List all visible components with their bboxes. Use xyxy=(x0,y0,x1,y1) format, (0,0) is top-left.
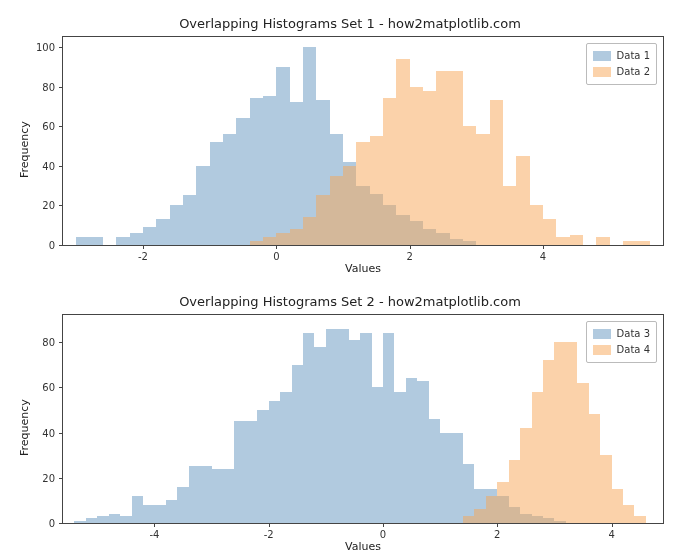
swatch-icon xyxy=(593,345,611,355)
axes1-title: Overlapping Histograms Set 1 - how2matpl… xyxy=(0,16,700,31)
xtick-label: 2 xyxy=(494,529,500,540)
xtick-label: 0 xyxy=(273,251,279,262)
bar xyxy=(250,241,263,245)
bar xyxy=(530,205,543,245)
xtick-label: -4 xyxy=(149,529,159,540)
bar xyxy=(566,342,577,523)
ytick-label: 60 xyxy=(15,382,55,393)
ytick-label: 20 xyxy=(15,472,55,483)
bar xyxy=(474,509,485,523)
bar xyxy=(476,134,489,245)
bar xyxy=(503,186,516,245)
legend-item-data3: Data 3 xyxy=(593,326,650,342)
xtick-label: 0 xyxy=(380,529,386,540)
bar xyxy=(290,229,303,245)
bar xyxy=(303,217,316,245)
bar xyxy=(634,516,645,523)
legend-label: Data 4 xyxy=(617,342,650,358)
swatch-icon xyxy=(593,329,611,339)
bar xyxy=(516,156,529,245)
bar xyxy=(463,516,474,523)
legend-top: Data 1 Data 2 xyxy=(586,43,657,85)
bar xyxy=(589,414,600,523)
hist-data2 xyxy=(63,37,663,245)
legend-label: Data 3 xyxy=(617,326,650,342)
ytick-label: 0 xyxy=(15,518,55,529)
ytick-label: 0 xyxy=(15,240,55,251)
ytick-label: 80 xyxy=(15,337,55,348)
bar xyxy=(556,237,569,245)
axes2-xlabel: Values xyxy=(62,540,664,553)
axes2-ylabel: Frequency xyxy=(18,399,31,456)
bar xyxy=(623,241,636,245)
bar xyxy=(497,482,508,523)
bar xyxy=(612,489,623,523)
figure: Overlapping Histograms Set 1 - how2matpl… xyxy=(0,0,700,560)
bar xyxy=(450,71,463,245)
swatch-icon xyxy=(593,67,611,77)
bar xyxy=(520,428,531,523)
swatch-icon xyxy=(593,51,611,61)
axes1-xlabel: Values xyxy=(62,262,664,275)
bar xyxy=(316,195,329,245)
xtick-label: 2 xyxy=(406,251,412,262)
bar xyxy=(623,505,634,523)
bar xyxy=(276,233,289,245)
bar xyxy=(570,235,583,245)
xtick-label: -2 xyxy=(264,529,274,540)
bar xyxy=(554,342,565,523)
bar xyxy=(263,237,276,245)
bar xyxy=(490,100,503,245)
bar xyxy=(423,91,436,246)
bar xyxy=(600,455,611,523)
xtick-label: 4 xyxy=(540,251,546,262)
bar xyxy=(543,360,554,523)
bar xyxy=(356,142,369,245)
bar xyxy=(509,460,520,523)
legend-label: Data 1 xyxy=(617,48,650,64)
bar xyxy=(596,237,609,245)
legend-item-data4: Data 4 xyxy=(593,342,650,358)
axes-top: Data 1 Data 2 -2024020406080100 xyxy=(62,36,664,246)
bar xyxy=(577,383,588,523)
bar xyxy=(543,219,556,245)
bar xyxy=(396,59,409,245)
bar xyxy=(532,392,543,523)
xtick-label: 4 xyxy=(608,529,614,540)
ytick-label: 20 xyxy=(15,200,55,211)
bar xyxy=(486,496,497,523)
legend-item-data2: Data 2 xyxy=(593,64,650,80)
bar xyxy=(636,241,649,245)
legend-label: Data 2 xyxy=(617,64,650,80)
bar xyxy=(343,166,356,245)
bar xyxy=(463,126,476,245)
ytick-label: 100 xyxy=(15,41,55,52)
bar xyxy=(370,136,383,245)
legend-item-data1: Data 1 xyxy=(593,48,650,64)
ytick-label: 80 xyxy=(15,81,55,92)
xtick-label: -2 xyxy=(138,251,148,262)
axes2-title: Overlapping Histograms Set 2 - how2matpl… xyxy=(0,294,700,309)
bar xyxy=(383,98,396,245)
axes1-ylabel: Frequency xyxy=(18,121,31,178)
bar xyxy=(436,71,449,245)
axes-bottom: Data 3 Data 4 -4-2024020406080 xyxy=(62,314,664,524)
bar xyxy=(330,176,343,245)
bar xyxy=(410,87,423,245)
legend-bottom: Data 3 Data 4 xyxy=(586,321,657,363)
hist-data4 xyxy=(63,315,663,523)
